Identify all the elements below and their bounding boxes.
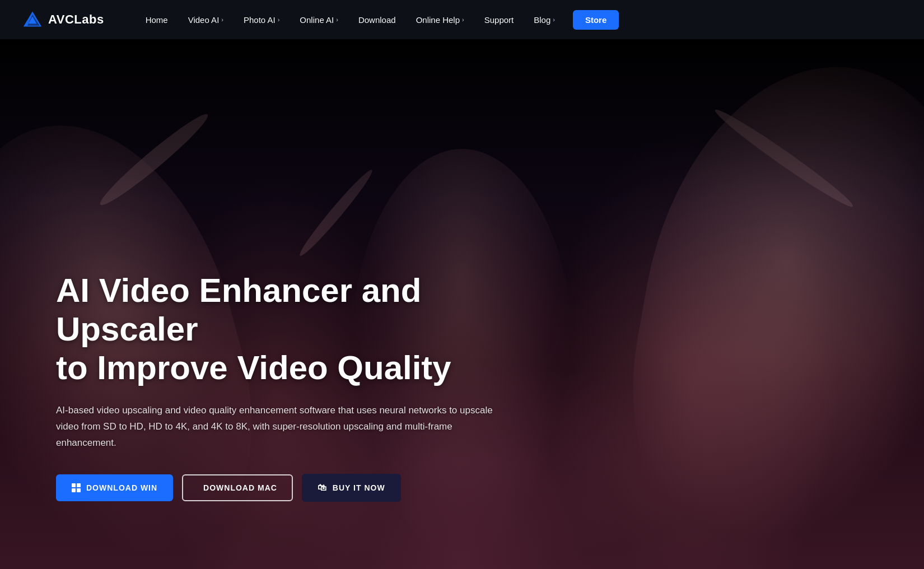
nav-links: Home Video AI › Photo AI › Online AI › D… xyxy=(138,10,902,30)
nav-photo-ai[interactable]: Photo AI › xyxy=(236,11,287,29)
logo[interactable]: AVCLabs xyxy=(22,10,104,30)
nav-video-ai[interactable]: Video AI › xyxy=(180,11,231,29)
windows-icon xyxy=(72,483,81,492)
nav-online-ai[interactable]: Online AI › xyxy=(292,11,346,29)
hero-subtitle: AI-based video upscaling and video quali… xyxy=(56,403,504,451)
photo-ai-chevron-icon: › xyxy=(278,16,280,23)
buy-now-button[interactable]: 🛍 BUY IT NOW xyxy=(302,474,401,502)
online-ai-chevron-icon: › xyxy=(336,16,338,23)
store-button[interactable]: Store xyxy=(573,10,619,30)
brand-name: AVCLabs xyxy=(48,12,104,27)
video-ai-chevron-icon: › xyxy=(221,16,223,23)
hero-section: AI Video Enhancer and Upscaler to Improv… xyxy=(0,39,924,569)
online-help-chevron-icon: › xyxy=(462,16,464,23)
nav-online-help[interactable]: Online Help › xyxy=(408,11,472,29)
nav-support[interactable]: Support xyxy=(477,11,522,29)
hero-content: AI Video Enhancer and Upscaler to Improv… xyxy=(56,271,560,502)
avc-logo-icon xyxy=(22,10,43,30)
download-mac-button[interactable]: DOWNLOAD MAC xyxy=(182,474,293,501)
blog-chevron-icon: › xyxy=(553,16,555,23)
nav-download[interactable]: Download xyxy=(351,11,404,29)
hero-buttons: DOWNLOAD WIN DOWNLOAD MAC 🛍 BUY IT NOW xyxy=(56,474,560,502)
hero-title: AI Video Enhancer and Upscaler to Improv… xyxy=(56,271,560,387)
nav-home[interactable]: Home xyxy=(138,11,176,29)
nav-blog[interactable]: Blog › xyxy=(526,11,563,29)
cart-icon: 🛍 xyxy=(318,483,327,493)
navbar: AVCLabs Home Video AI › Photo AI › Onlin… xyxy=(0,0,924,39)
download-win-button[interactable]: DOWNLOAD WIN xyxy=(56,474,173,501)
